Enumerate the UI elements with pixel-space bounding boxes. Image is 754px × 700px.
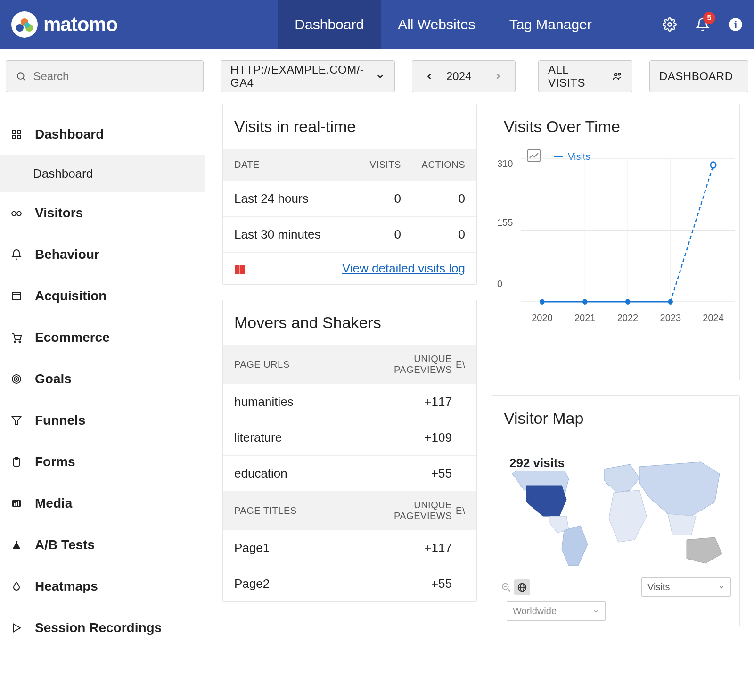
table-row[interactable]: education +55 xyxy=(223,455,476,491)
cell-actions: 0 xyxy=(401,227,465,242)
info-icon[interactable]: i xyxy=(729,17,743,32)
world-map[interactable]: 292 visits xyxy=(492,441,739,573)
svg-point-4 xyxy=(668,23,672,26)
grid-icon xyxy=(9,127,24,141)
card-visitor-map: Visitor Map 292 visits xyxy=(492,395,740,626)
date-prev-icon[interactable] xyxy=(422,72,437,81)
site-selector[interactable]: HTTP://EXAMPLE.COM/- GA4 xyxy=(221,60,395,92)
card-title: Visitor Map xyxy=(492,396,739,441)
cell-name: Page2 xyxy=(234,576,361,591)
brand-logo-icon xyxy=(11,11,38,38)
svg-point-7 xyxy=(17,73,24,79)
search-box[interactable] xyxy=(6,60,204,92)
topnav-item-all-websites[interactable]: All Websites xyxy=(381,0,492,49)
visits-chart[interactable]: Visits 310 155 0 xyxy=(492,149,739,323)
select-value: Worldwide xyxy=(513,606,557,617)
topnav-item-tag-manager[interactable]: Tag Manager xyxy=(492,0,609,49)
svg-point-46 xyxy=(540,299,544,305)
sidebar-item-forms[interactable]: Forms xyxy=(0,441,205,483)
col-pv: UNIQUE PAGEVIEWS xyxy=(361,354,452,375)
date-selector[interactable]: 2024 xyxy=(412,60,516,92)
ytick: 0 xyxy=(497,279,502,289)
sidebar-item-session-recordings[interactable]: Session Recordings xyxy=(0,607,205,649)
zoom-out-icon[interactable] xyxy=(501,582,511,593)
sidebar-item-acquisition[interactable]: Acquisition xyxy=(0,275,205,317)
gear-icon[interactable] xyxy=(663,17,677,32)
bell-outline-icon xyxy=(9,247,24,262)
xtick: 2020 xyxy=(532,313,553,323)
cell-pv: +117 xyxy=(361,395,452,409)
sidebar-item-label: Heatmaps xyxy=(35,579,98,594)
svg-line-45 xyxy=(671,165,713,302)
svg-rect-15 xyxy=(12,130,16,133)
sidebar-item-goals[interactable]: Goals xyxy=(0,358,205,400)
table-row: Last 30 minutes 0 0 xyxy=(223,216,476,252)
table-row[interactable]: Page1 +117 xyxy=(223,530,476,566)
top-nav: matomo Dashboard All Websites Tag Manage… xyxy=(0,0,754,49)
svg-rect-17 xyxy=(12,135,16,139)
table-row: Last 24 hours 0 0 xyxy=(223,181,476,216)
search-input[interactable] xyxy=(33,70,194,83)
date-label: 2024 xyxy=(446,70,471,83)
segment-selector[interactable]: ALL VISITS xyxy=(538,60,632,92)
sidebar-item-heatmaps[interactable]: Heatmaps xyxy=(0,566,205,607)
col-ev: E\ xyxy=(452,359,465,370)
clipboard-icon xyxy=(9,455,24,469)
sidebar-item-visitors[interactable]: Visitors xyxy=(0,192,205,234)
cell-visits: 0 xyxy=(337,227,401,242)
cell-name: education xyxy=(234,466,361,481)
drop-icon xyxy=(9,579,24,593)
cell-date: Last 30 minutes xyxy=(234,227,337,242)
sidebar-item-abtests[interactable]: A/B Tests xyxy=(0,524,205,566)
pause-icon[interactable]: ▮▮ xyxy=(234,262,245,275)
svg-point-3 xyxy=(24,22,30,28)
svg-point-13 xyxy=(615,73,617,76)
map-metric-select[interactable]: Visits xyxy=(641,577,731,597)
cell-name: humanities xyxy=(234,395,361,409)
sidebar-item-dashboard[interactable]: Dashboard xyxy=(0,114,205,155)
table-row[interactable]: Page2 +55 xyxy=(223,566,476,601)
sidebar-item-behaviour[interactable]: Behaviour xyxy=(0,234,205,275)
view-log-link[interactable]: View detailed visits log xyxy=(342,261,465,276)
chevron-down-icon xyxy=(376,71,385,82)
card-realtime: Visits in real-time DATE VISITS ACTIONS … xyxy=(222,104,477,285)
svg-marker-36 xyxy=(14,624,20,632)
sidebar-sub-dashboard[interactable]: Dashboard xyxy=(0,155,205,192)
cell-pv: +55 xyxy=(361,466,452,481)
bell-icon[interactable]: 5 xyxy=(696,17,710,32)
globe-icon[interactable] xyxy=(514,579,530,595)
cell-actions: 0 xyxy=(401,191,465,206)
map-region-select[interactable]: Worldwide xyxy=(507,601,606,621)
svg-point-25 xyxy=(19,341,21,343)
sidebar-item-ecommerce[interactable]: Ecommerce xyxy=(0,317,205,358)
content: Visits in real-time DATE VISITS ACTIONS … xyxy=(205,104,754,649)
date-next-icon[interactable] xyxy=(491,72,506,81)
cell-date: Last 24 hours xyxy=(234,191,337,206)
target-icon xyxy=(9,372,24,386)
main-layout: Dashboard Dashboard Visitors Behaviour A… xyxy=(0,104,754,649)
topnav-icons: 5 i xyxy=(663,17,743,32)
svg-rect-35 xyxy=(18,501,19,506)
card-title: Movers and Shakers xyxy=(223,300,476,345)
sidebar-item-label: A/B Tests xyxy=(35,537,95,552)
realtime-header: DATE VISITS ACTIONS xyxy=(223,149,476,181)
dashboard-selector[interactable]: DASHBOARD xyxy=(649,60,748,92)
toolbar: HTTP://EXAMPLE.COM/- GA4 2024 ALL VISITS… xyxy=(0,49,754,104)
xtick: 2021 xyxy=(574,313,596,323)
col-visits: VISITS xyxy=(337,159,401,170)
brand[interactable]: matomo xyxy=(11,11,117,38)
svg-rect-33 xyxy=(14,503,16,506)
cell-visits: 0 xyxy=(337,191,401,206)
svg-rect-22 xyxy=(12,292,21,300)
xtick: 2022 xyxy=(617,313,639,323)
topnav-item-dashboard[interactable]: Dashboard xyxy=(278,0,381,49)
table-row[interactable]: literature +109 xyxy=(223,420,476,455)
col-actions: ACTIONS xyxy=(401,159,465,170)
movers-header-titles: PAGE TITLES UNIQUE PAGEVIEWS E\ xyxy=(223,491,476,530)
sidebar-item-media[interactable]: Media xyxy=(0,483,205,524)
sidebar-item-funnels[interactable]: Funnels xyxy=(0,400,205,441)
svg-point-14 xyxy=(618,73,621,75)
table-row[interactable]: humanities +117 xyxy=(223,384,476,420)
sidebar: Dashboard Dashboard Visitors Behaviour A… xyxy=(0,104,205,649)
chevron-down-icon xyxy=(593,608,599,615)
